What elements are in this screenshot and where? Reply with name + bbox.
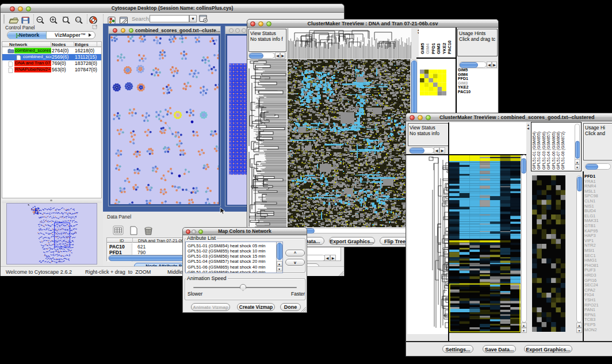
svg-text:1:1: 1:1: [76, 18, 81, 21]
